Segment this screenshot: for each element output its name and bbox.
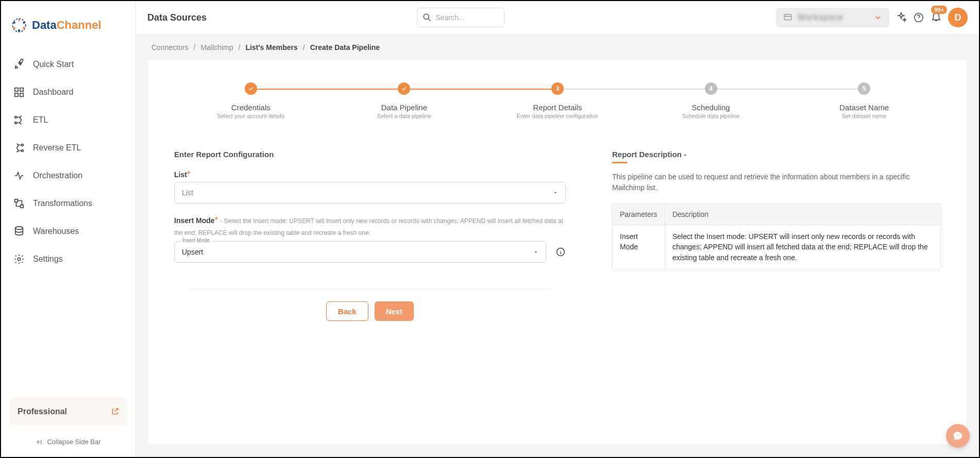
sidebar: DataChannel Quick Start Dashboard ETL Re… [1, 1, 136, 457]
notifications[interactable]: 99+ [931, 11, 942, 24]
sidebar-item-reverse-etl[interactable]: Reverse ETL [6, 136, 130, 160]
svg-point-14 [22, 144, 24, 146]
svg-rect-21 [784, 14, 791, 20]
form-column: Enter Report Configuration List* List In… [174, 150, 566, 321]
step-report-details[interactable]: 3 Report Details Enter data pipeline con… [481, 82, 634, 119]
notification-badge: 99+ [931, 6, 947, 14]
desc-title: Report Description - [612, 150, 941, 159]
svg-point-15 [22, 150, 24, 152]
svg-point-2 [23, 22, 25, 24]
step-data-pipeline[interactable]: Data Pipeline Select a data pipeline [328, 82, 481, 119]
sidebar-item-label: Transformations [33, 199, 92, 208]
sidebar-item-label: Reverse ETL [33, 143, 81, 152]
svg-point-20 [424, 14, 429, 19]
svg-point-19 [18, 258, 21, 261]
sidebar-item-transformations[interactable]: Transformations [6, 192, 130, 215]
svg-point-25 [957, 435, 958, 436]
plan-card[interactable]: Professional [9, 398, 127, 426]
check-icon [248, 86, 254, 92]
workspace-icon [783, 13, 792, 22]
orchestration-icon [13, 170, 25, 181]
svg-point-18 [15, 227, 23, 230]
svg-rect-11 [20, 93, 23, 96]
param-th-description: Description [665, 204, 940, 225]
collapse-icon [36, 438, 43, 446]
param-row: Insert Mode Select the Insert mode: UPSE… [613, 225, 941, 269]
sidebar-item-quick-start[interactable]: Quick Start [6, 53, 130, 76]
logo-mark-icon [10, 16, 28, 34]
description-column: Report Description - This pipeline can b… [612, 150, 941, 321]
info-icon[interactable] [555, 247, 566, 257]
chevron-down-icon [874, 13, 882, 22]
sidebar-item-orchestration[interactable]: Orchestration [6, 164, 130, 188]
action-row: Back Next [174, 301, 566, 321]
step-dataset-name[interactable]: 5 Dataset Name Set dataset name [787, 82, 941, 119]
dashboard-icon [13, 87, 25, 98]
svg-rect-16 [15, 199, 18, 202]
svg-point-3 [23, 27, 25, 29]
help-icon[interactable] [913, 12, 924, 23]
gear-icon [13, 253, 25, 265]
next-button[interactable]: Next [375, 301, 414, 321]
check-icon [401, 86, 407, 92]
svg-rect-8 [15, 88, 18, 91]
mode-label: Insert Mode [174, 216, 215, 225]
chat-button[interactable] [946, 424, 970, 448]
crumb-create-pipeline: Create Data Pipeline [310, 43, 380, 52]
sidebar-item-label: Quick Start [33, 60, 74, 69]
warehouses-icon [13, 226, 25, 237]
transformations-icon [13, 198, 25, 209]
avatar[interactable]: D [948, 8, 968, 27]
param-th-parameters: Parameters [613, 204, 665, 225]
chat-icon [952, 430, 964, 442]
sparkle-icon[interactable] [895, 12, 907, 23]
back-button[interactable]: Back [326, 301, 368, 321]
sidebar-item-label: Settings [33, 255, 63, 264]
list-select[interactable]: List [174, 182, 566, 203]
desc-text: This pipeline can be used to request and… [612, 172, 941, 193]
form-section-title: Enter Report Configuration [174, 150, 566, 159]
logo-text: DataChannel [32, 19, 101, 32]
sidebar-item-label: Dashboard [33, 88, 73, 97]
svg-point-7 [20, 62, 21, 63]
svg-rect-17 [21, 205, 24, 208]
crumb-mailchimp[interactable]: Mailchimp [200, 43, 233, 52]
mode-help-text: - Select the Insert mode: UPSERT will in… [174, 217, 563, 236]
logo[interactable]: DataChannel [6, 10, 130, 46]
sidebar-item-settings[interactable]: Settings [6, 247, 130, 271]
step-credentials[interactable]: Credentials Select your account details [174, 82, 328, 119]
svg-point-26 [959, 435, 960, 436]
reverse-etl-icon [13, 142, 25, 154]
mode-select[interactable]: Insert Mode Upsert [174, 241, 546, 263]
collapse-sidebar[interactable]: Collapse Side Bar [6, 432, 130, 452]
rocket-icon [13, 59, 25, 70]
sidebar-item-etl[interactable]: ETL [6, 108, 130, 132]
sidebar-nav: Quick Start Dashboard ETL Reverse ETL Or… [6, 53, 130, 271]
svg-point-12 [15, 116, 17, 118]
collapse-label: Collapse Side Bar [47, 438, 100, 446]
plan-label: Professional [18, 407, 67, 416]
workspace-name: Workspace [798, 13, 843, 22]
svg-point-13 [15, 122, 17, 124]
list-label: List [174, 171, 187, 179]
accent-bar [612, 162, 628, 163]
svg-point-5 [13, 27, 15, 29]
workspace-dropdown[interactable]: Workspace [776, 8, 889, 27]
mode-select-value: Upsert [174, 241, 546, 263]
svg-point-24 [956, 435, 957, 436]
list-select-value: List [174, 182, 566, 203]
content-card: Credentials Select your account details … [148, 60, 967, 445]
breadcrumb: Connectors/ Mailchimp/ List's Members/ C… [136, 34, 979, 57]
search-wrap [417, 8, 504, 27]
sidebar-item-warehouses[interactable]: Warehouses [6, 219, 130, 243]
param-table: Parameters Description Insert Mode Selec… [612, 203, 941, 269]
stepper: Credentials Select your account details … [174, 82, 941, 119]
svg-point-1 [18, 19, 20, 21]
crumb-connectors[interactable]: Connectors [151, 43, 189, 52]
param-name: Insert Mode [613, 225, 665, 269]
crumb-lists-members[interactable]: List's Members [245, 43, 297, 52]
svg-rect-9 [20, 88, 23, 91]
sidebar-item-label: ETL [33, 115, 48, 125]
step-scheduling[interactable]: 4 Scheduling Schedule data pipeline [634, 82, 788, 119]
sidebar-item-dashboard[interactable]: Dashboard [6, 80, 130, 104]
